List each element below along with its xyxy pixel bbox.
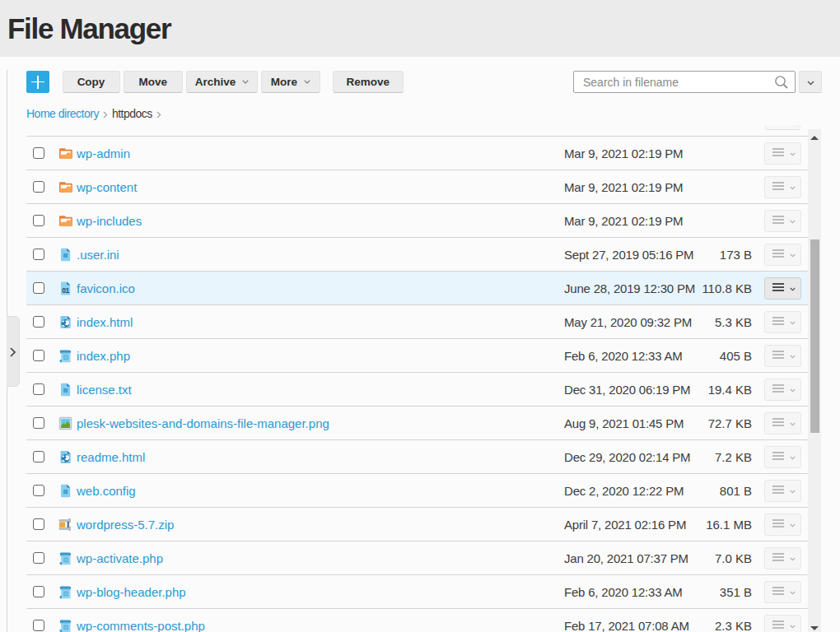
svg-text:01: 01: [62, 286, 69, 295]
